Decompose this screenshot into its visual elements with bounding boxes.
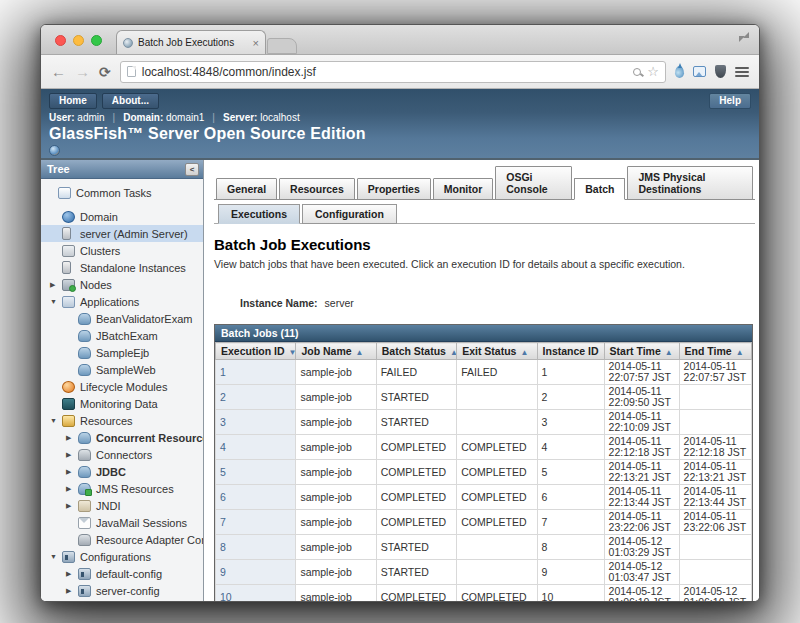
column-header[interactable]: Start Time▲ (604, 343, 679, 360)
tree-item-domain[interactable]: Domain (41, 208, 203, 225)
tree-item-resource-adapter-configs[interactable]: Resource Adapter Configs (41, 531, 203, 548)
tree-item-sampleejb[interactable]: SampleEjb (41, 344, 203, 361)
sort-icon[interactable]: ▼1 (289, 348, 296, 357)
tab-osgi-console[interactable]: OSGi Console (495, 166, 572, 200)
tree-item-configurations[interactable]: ▼ Configurations (41, 548, 203, 565)
tree-item-server-config[interactable]: ▶ server-config (41, 582, 203, 599)
tree-item-applications[interactable]: ▼ Applications (41, 293, 203, 310)
column-header[interactable]: Batch Status▲ (376, 343, 456, 360)
reload-icon[interactable]: ⟳ (99, 64, 111, 80)
tree-item-lifecycle-modules[interactable]: Lifecycle Modules (41, 378, 203, 395)
execution-id-link[interactable]: 3 (216, 410, 296, 435)
execution-id-link[interactable]: 9 (216, 560, 296, 585)
sort-icon[interactable]: ▲ (520, 348, 528, 357)
nodes-icon (62, 279, 75, 291)
expander-icon[interactable]: ▶ (66, 587, 78, 595)
tree-item-jndi[interactable]: ▶ JNDI (41, 497, 203, 514)
tree-item-nodes[interactable]: ▶ Nodes (41, 276, 203, 293)
tab-general[interactable]: General (216, 178, 277, 200)
url-text[interactable]: localhost:4848/common/index.jsf (142, 65, 628, 79)
tree-item-common-tasks[interactable]: Common Tasks (41, 184, 203, 201)
sort-icon[interactable]: ▲ (356, 348, 364, 357)
tree-item-server-admin-server-[interactable]: server (Admin Server) (41, 225, 203, 242)
table-row: 5 sample-job COMPLETED COMPLETED 5 2014-… (216, 460, 752, 485)
tree-item-jms-resources[interactable]: ▶ JMS Resources (41, 480, 203, 497)
tree-item-label: Domain (80, 211, 118, 223)
tree-collapse-button[interactable]: < (185, 163, 199, 176)
exit-status-cell: COMPLETED (457, 585, 537, 602)
expander-icon[interactable]: ▶ (66, 570, 78, 578)
help-button[interactable]: Help (709, 93, 751, 109)
column-header[interactable]: Job Name▲ (296, 343, 376, 360)
tab-resources[interactable]: Resources (279, 178, 355, 200)
close-window-button[interactable] (55, 35, 66, 46)
execution-id-link[interactable]: 5 (216, 460, 296, 485)
new-tab-button[interactable] (267, 38, 297, 54)
extension-drop-icon[interactable] (675, 66, 684, 78)
expander-icon[interactable]: ▶ (66, 468, 78, 476)
execution-id-link[interactable]: 6 (216, 485, 296, 510)
expander-icon[interactable]: ▼ (50, 553, 62, 560)
tree-item-default-config[interactable]: ▶ default-config (41, 565, 203, 582)
browser-tab[interactable]: Batch Job Executions × (116, 30, 266, 54)
search-icon[interactable] (633, 68, 641, 76)
execution-id-link[interactable]: 1 (216, 360, 296, 385)
expander-icon[interactable]: ▶ (66, 502, 78, 510)
tree-item-update-tool[interactable]: Update Tool (41, 599, 203, 601)
tree-item-sampleweb[interactable]: SampleWeb (41, 361, 203, 378)
expander-icon[interactable]: ▶ (66, 451, 78, 459)
tab-properties[interactable]: Properties (357, 178, 431, 200)
app-icon (78, 347, 91, 359)
tree-item-javamail-sessions[interactable]: JavaMail Sessions (41, 514, 203, 531)
tree-item-clusters[interactable]: Clusters (41, 242, 203, 259)
forward-icon[interactable]: → (75, 64, 90, 79)
tree-item-jbatchexam[interactable]: JBatchExam (41, 327, 203, 344)
sort-icon[interactable]: ▲ (665, 348, 673, 357)
home-button[interactable]: Home (49, 93, 97, 109)
start-time-cell: 2014-05-12 01:03:29 JST (604, 535, 679, 560)
lifecycle-icon (62, 381, 75, 393)
execution-id-link[interactable]: 2 (216, 385, 296, 410)
execution-id-link[interactable]: 8 (216, 535, 296, 560)
address-bar[interactable]: localhost:4848/common/index.jsf ☆ (120, 61, 666, 83)
expander-icon[interactable]: ▶ (66, 485, 78, 493)
bookmark-star-icon[interactable]: ☆ (647, 65, 659, 78)
tree-item-connectors[interactable]: ▶ Connectors (41, 446, 203, 463)
tree-item-label: Monitoring Data (80, 398, 158, 410)
minimize-window-button[interactable] (73, 35, 84, 46)
back-icon[interactable]: ← (51, 64, 66, 79)
tree-item-monitoring-data[interactable]: Monitoring Data (41, 395, 203, 412)
execution-id-link[interactable]: 7 (216, 510, 296, 535)
sort-icon[interactable]: ▲ (736, 348, 744, 357)
execution-id-link[interactable]: 4 (216, 435, 296, 460)
tab-close-icon[interactable]: × (253, 38, 259, 48)
expander-icon[interactable]: ▶ (66, 434, 78, 442)
batch-status-cell: COMPLETED (376, 510, 456, 535)
tree-item-resources[interactable]: ▼ Resources (41, 412, 203, 429)
tab-monitor[interactable]: Monitor (433, 178, 494, 200)
fullscreen-icon[interactable] (739, 32, 749, 42)
column-header[interactable]: Instance ID▲ (537, 343, 604, 360)
browser-menu-icon[interactable] (735, 67, 749, 77)
column-header[interactable]: End Time▲ (679, 343, 751, 360)
tree-item-concurrent-resources[interactable]: ▶ Concurrent Resources (41, 429, 203, 446)
tree-item-jdbc[interactable]: ▶ JDBC (41, 463, 203, 480)
subtab-configuration[interactable]: Configuration (302, 204, 397, 224)
expander-icon[interactable]: ▼ (50, 298, 62, 305)
zoom-window-button[interactable] (91, 35, 102, 46)
subtab-executions[interactable]: Executions (218, 204, 300, 224)
expander-icon[interactable]: ▶ (50, 281, 62, 289)
column-header[interactable]: Execution ID▼1 (216, 343, 296, 360)
tab-jms-physical-destinations[interactable]: JMS Physical Destinations (627, 166, 753, 200)
tree-item-standalone-instances[interactable]: Standalone Instances (41, 259, 203, 276)
page-doc-icon (127, 66, 136, 77)
extension-shield-icon[interactable] (715, 65, 726, 78)
extension-photo-icon[interactable] (693, 66, 706, 77)
expander-icon[interactable]: ▼ (50, 417, 62, 424)
sort-icon[interactable]: ▲ (450, 348, 457, 357)
about-button[interactable]: About... (102, 93, 159, 109)
column-header[interactable]: Exit Status▲ (457, 343, 537, 360)
tab-batch[interactable]: Batch (574, 178, 625, 200)
execution-id-link[interactable]: 10 (216, 585, 296, 602)
tree-item-beanvalidatorexam[interactable]: BeanValidatorExam (41, 310, 203, 327)
